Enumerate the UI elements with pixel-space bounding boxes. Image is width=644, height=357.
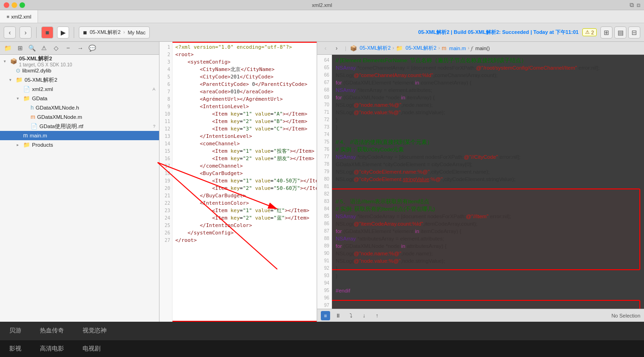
folder-icon-btn[interactable]: 📁 — [3, 43, 13, 53]
debug-selection-label: No Selection — [612, 313, 640, 318]
ln-26: 26 — [159, 229, 172, 237]
cln-89: 89 — [317, 242, 332, 250]
breadcrumb-sep-2: › — [438, 45, 440, 51]
cln-79: 79 — [317, 168, 332, 175]
tile-left-icon[interactable]: ⧉ — [630, 1, 634, 9]
code-forward-btn[interactable]: › — [332, 44, 341, 53]
window-controls — [4, 2, 25, 8]
cln-94: 94 — [317, 279, 332, 287]
xml-line-7: <areaCode>010</areaCode> — [175, 88, 314, 96]
tree-item-gdatam[interactable]: m GDataXMLNode.m — [0, 112, 159, 122]
cln-86: 86 — [317, 220, 332, 227]
scheme-selector[interactable]: ■ 05-XML解析2 › My Mac — [79, 26, 150, 39]
build-status: 05-XML解析2 | Build 05-XML解析2: Succeeded |… — [418, 29, 579, 36]
ln-22: 22 — [159, 200, 172, 207]
ln-12: 12 — [159, 125, 172, 133]
close-button[interactable] — [4, 2, 9, 8]
ln-10: 10 — [159, 110, 172, 118]
label-gdatah: GDataXMLNode.h — [36, 105, 155, 110]
breadcrumb-file[interactable]: main.m — [449, 45, 466, 51]
code-main-col: ‹ › | 📦 05-XML解析2 › 📁 05-XML解析2 › m main… — [317, 42, 644, 322]
debug-step-in-btn[interactable]: ↓ — [359, 311, 369, 321]
warning-icon: ⚠ — [585, 29, 590, 35]
grid-icon-btn[interactable]: ⊞ — [15, 43, 25, 53]
search-icon-btn[interactable]: 🔍 — [27, 43, 37, 53]
maximize-button[interactable] — [19, 2, 25, 8]
adjust-btn[interactable]: ⊟ — [628, 26, 640, 39]
code-text-area[interactable]: // [Element ElementsForName: 节点名称（遍历子节点名… — [332, 55, 644, 309]
tree-root[interactable]: 📦 05-XML解析2 1 target, OS X SDK 10.10 — [0, 57, 159, 66]
label-xml2: xml2.xml — [32, 86, 151, 92]
bottom-tab-rexue[interactable]: 热血传奇 — [40, 326, 64, 336]
ln-2: 2 — [159, 51, 172, 58]
tree-item-products[interactable]: 📁 Products — [0, 140, 159, 149]
nav-back-button[interactable]: ‹ — [4, 26, 16, 39]
debug-panel-btn[interactable]: ≡ — [321, 311, 330, 320]
code-line-83: // 5、 语法//Item表示获取所有Item结点 — [336, 198, 640, 205]
xml-line-4: <CityName>北京</CityName> — [175, 66, 314, 73]
ln-19: 19 — [159, 177, 172, 185]
ln-9: 9 — [159, 103, 172, 110]
cln-70: 70 — [317, 101, 332, 109]
xml-line-11: <Item key="2" value="B"></Item> — [175, 118, 314, 125]
ln-3: 3 — [159, 58, 172, 66]
code-line-84: // 实例: 获取所有的Item结点(不管在哪儿) — [336, 205, 640, 213]
code-line-66: NSLog(@"comeChannelArray.count:%ld",come… — [336, 71, 640, 79]
arrow-icon-btn[interactable]: → — [75, 43, 85, 53]
xml-code-content[interactable]: <?xml version="1.0" encoding="utf-8"?> <… — [172, 42, 317, 322]
toolbar-extra-buttons: ⊞ ▤ ⊟ — [600, 26, 640, 39]
bottom-tab2-dianshiju[interactable]: 电视剧 — [83, 344, 101, 353]
minus-icon-btn[interactable]: − — [63, 43, 73, 53]
nav-forward-button[interactable]: › — [19, 26, 32, 39]
code-line-69: for (GDataXMLNode *node in itemArray) { — [336, 94, 640, 101]
ln-15: 15 — [159, 148, 172, 155]
message-icon-btn[interactable]: 💬 — [87, 43, 97, 53]
tree-item-mainm[interactable]: m main.m — [0, 131, 159, 140]
bottom-tab-shijue[interactable]: 视觉恣神 — [83, 326, 107, 336]
window-actions: ⧉ ⧈ — [630, 1, 640, 9]
xml-line-1: <?xml version="1.0" encoding="utf-8"?> — [175, 44, 314, 51]
label-libxml2: libxml2.dylib — [22, 68, 155, 73]
minimize-button[interactable] — [12, 2, 17, 8]
diamond-icon-btn[interactable]: ◇ — [51, 43, 61, 53]
cln-68: 68 — [317, 86, 332, 94]
tree-item-project-folder[interactable]: 📁 05-XML解析2 — [0, 75, 159, 84]
warn-icon-btn[interactable]: ⚠ — [39, 43, 49, 53]
tab-xml2[interactable]: ■ xml2.xml — [0, 10, 38, 23]
tree-item-libxml2[interactable]: ⊙ libxml2.dylib — [0, 66, 159, 75]
tree-item-gdata[interactable]: 📁 GData — [0, 94, 159, 103]
warning-badge[interactable]: ⚠ 2 — [582, 28, 597, 36]
tile-right-icon[interactable]: ⧈ — [637, 1, 640, 9]
xml-line-17: </comeChannel> — [175, 162, 314, 170]
grid-btn[interactable]: ⊞ — [600, 26, 612, 39]
tree-item-xml2[interactable]: 📄 xml2.xml A — [0, 84, 159, 94]
code-line-65: NSArray *comeChannelArray = [document no… — [336, 64, 640, 71]
panel-toggle[interactable]: ▤ — [614, 26, 626, 39]
xml-line-20: <Item key="2" value="50-60万"></Item> — [175, 185, 314, 192]
scheme-label: 05-XML解析2 — [89, 29, 121, 36]
breadcrumb: 📦 05-XML解析2 › 📁 05-XML解析2 › m main.m › 𝑓… — [350, 45, 490, 52]
code-line-87: for (GDataXMLElement *element in itemCod… — [336, 227, 640, 235]
code-line-93: } — [336, 272, 640, 279]
play-button[interactable]: ▶ — [57, 26, 69, 39]
debug-pause-btn[interactable]: ⏸ — [333, 311, 343, 321]
bottom-tab-beiyou[interactable]: 贝游 — [9, 326, 21, 336]
breadcrumb-group[interactable]: 05-XML解析2 — [406, 45, 437, 52]
breadcrumb-func[interactable]: main() — [475, 45, 490, 51]
debug-step-out-btn[interactable]: ↑ — [372, 311, 382, 321]
stop-button[interactable]: ■ — [41, 26, 53, 39]
tree-item-gdatartf[interactable]: 📄 GData使用说明.rtf ? — [0, 122, 159, 131]
code-back-btn[interactable]: ‹ — [321, 44, 330, 53]
debug-step-over-btn[interactable]: ⤵ — [346, 311, 356, 321]
label-gdatam: GDataXMLNode.m — [37, 114, 155, 120]
breadcrumb-func-icon: 𝑓 — [471, 45, 472, 52]
icon-gdatam: m — [31, 114, 35, 120]
tree-item-gdatah[interactable]: h GDataXMLNode.h — [0, 103, 159, 112]
scheme-icon: ■ — [83, 29, 87, 36]
bottom-tab2-yingshi[interactable]: 影视 — [9, 344, 21, 353]
icon-project: 📁 — [16, 77, 23, 83]
xml-line-25: </IntentionColor> — [175, 222, 314, 229]
bottom-tab2-gaoxing[interactable]: 高清电影 — [40, 344, 64, 353]
tab-file-icon: ■ — [6, 14, 9, 19]
breadcrumb-project[interactable]: 05-XML解析2 — [360, 45, 391, 52]
